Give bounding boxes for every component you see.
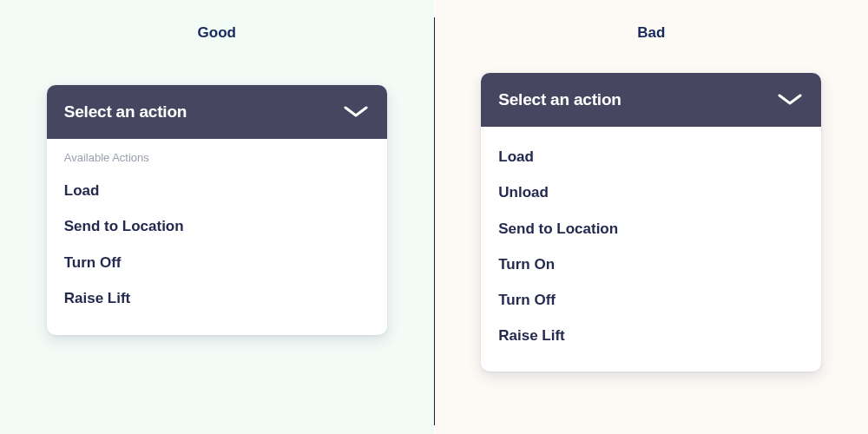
dropdown-option[interactable]: Load <box>496 139 806 174</box>
bad-example-panel: Bad Select an action Load Unload Send to… <box>435 0 869 434</box>
good-section-label: Available Actions <box>62 151 372 164</box>
bad-dropdown: Select an action Load Unload Send to Loc… <box>481 73 821 372</box>
good-dropdown-trigger[interactable]: Select an action <box>47 85 387 139</box>
good-dropdown: Select an action Available Actions Load … <box>47 85 387 335</box>
dropdown-option[interactable]: Raise Lift <box>62 280 372 316</box>
chevron-down-icon <box>778 94 802 106</box>
chevron-down-icon <box>344 106 368 118</box>
good-example-panel: Good Select an action Available Actions … <box>0 0 434 434</box>
good-dropdown-body: Available Actions Load Send to Location … <box>47 139 387 335</box>
good-title: Good <box>198 24 236 42</box>
dropdown-option[interactable]: Turn Off <box>496 282 806 318</box>
bad-dropdown-trigger[interactable]: Select an action <box>481 73 821 127</box>
dropdown-option[interactable]: Load <box>62 173 372 208</box>
bad-dropdown-body: Load Unload Send to Location Turn On Tur… <box>481 127 821 372</box>
dropdown-option[interactable]: Send to Location <box>62 208 372 244</box>
dropdown-option[interactable]: Turn Off <box>62 245 372 280</box>
dropdown-option[interactable]: Unload <box>496 174 806 210</box>
bad-title: Bad <box>637 24 665 42</box>
bad-dropdown-label: Select an action <box>498 90 621 109</box>
dropdown-option[interactable]: Send to Location <box>496 211 806 247</box>
good-dropdown-label: Select an action <box>64 102 187 122</box>
dropdown-option[interactable]: Raise Lift <box>496 318 806 353</box>
dropdown-option[interactable]: Turn On <box>496 247 806 282</box>
